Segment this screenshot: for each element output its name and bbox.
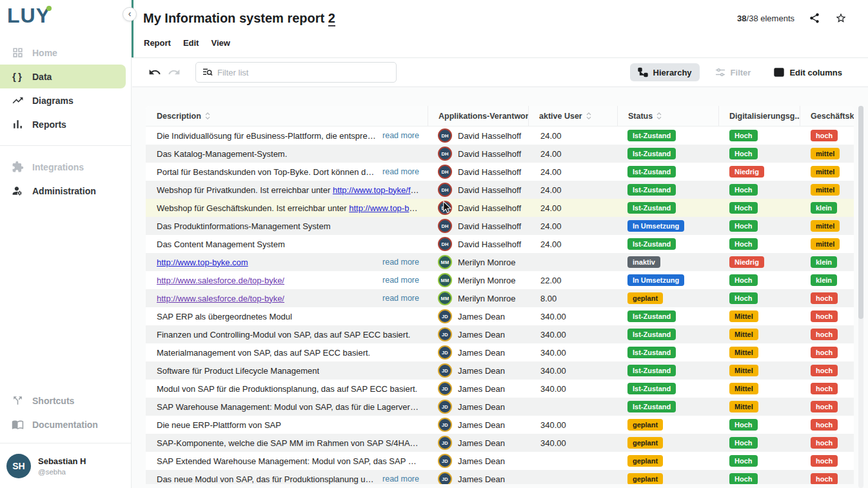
edit-columns-button[interactable]: Edit columns xyxy=(766,63,850,81)
sidebar-item-diagrams[interactable]: Diagrams xyxy=(0,88,131,112)
description-link[interactable]: http://www.top-byke/for-you/ xyxy=(333,185,419,195)
criticality-badge: mittel xyxy=(811,166,840,178)
active-users-value: 340.00 xyxy=(540,312,566,321)
criticality-cell: hoch xyxy=(800,398,854,416)
criticality-cell: hoch xyxy=(800,307,854,325)
filter-list-input[interactable] xyxy=(217,68,390,77)
star-icon[interactable] xyxy=(834,12,847,25)
filter-button[interactable]: Filter xyxy=(707,63,759,81)
digitalization-badge: Hoch xyxy=(729,202,758,214)
criticality-badge: mittel xyxy=(811,238,840,250)
sidebar-item-home[interactable]: Home xyxy=(0,41,131,65)
read-more-link[interactable]: read more xyxy=(376,131,419,140)
user-profile[interactable]: SH Sebastian H @sebha xyxy=(0,443,131,488)
status-cell: Ist-Zustand xyxy=(618,361,719,380)
active-users-cell: 24.00 xyxy=(529,217,618,235)
table-row[interactable]: SAP ERP als übergeordnetes Modul JD Jame… xyxy=(146,307,854,325)
table-row[interactable]: SAP Warehouse Management: Modul von SAP,… xyxy=(146,398,854,416)
sidebar-nav: Home { } Data Diagrams Reports Integrati… xyxy=(0,41,131,203)
table-row[interactable]: http://www.salesforce.de/top-byke/ read … xyxy=(146,289,854,307)
read-more-link[interactable]: read more xyxy=(376,276,419,285)
table-row[interactable]: http://www.top-byke.com read more MM Mer… xyxy=(146,253,854,271)
table-row[interactable]: Die neue ERP-Plattform von SAP JD James … xyxy=(146,416,854,434)
owner-name: David Hasselhoff xyxy=(458,239,521,249)
owner-name: James Dean xyxy=(458,474,505,484)
hierarchy-button[interactable]: Hierarchy xyxy=(630,63,700,81)
criticality-cell: hoch xyxy=(800,289,854,307)
digitalization-cell: Mittel xyxy=(719,380,800,398)
column-header-status[interactable]: Status xyxy=(618,106,719,126)
active-users-cell: 24.00 xyxy=(529,163,618,181)
table-row[interactable]: Materialmanagement von SAP, das auf SAP … xyxy=(146,343,854,361)
sidebar-item-shortcuts[interactable]: Shortcuts xyxy=(0,389,131,412)
table-row[interactable]: Das Content Management System DH David H… xyxy=(146,235,854,253)
filter-list-field[interactable] xyxy=(195,62,397,83)
description-link[interactable]: http://www.salesforce.de/top-byke/ xyxy=(157,294,284,303)
sidebar-item-integrations[interactable]: Integrations xyxy=(0,155,131,179)
digitalization-cell: Niedrig xyxy=(719,163,800,181)
read-more-link[interactable]: read more xyxy=(376,167,419,176)
status-badge: Ist-Zustand xyxy=(627,365,676,376)
sidebar-collapse-button[interactable]: ‹ xyxy=(123,7,137,21)
owner-avatar: DH xyxy=(438,237,452,251)
column-header-geschaeftskritikalitaet[interactable]: Geschäftskritik xyxy=(800,106,854,126)
digitalization-badge: Hoch xyxy=(729,148,758,159)
description-cell: http://www.salesforce.de/top-byke/ read … xyxy=(146,271,428,289)
active-users-value: 24.00 xyxy=(540,185,562,195)
status-cell: geplant xyxy=(618,434,719,452)
table-header-row: DescriptionApplikations-Verantwort...akt… xyxy=(146,106,854,127)
description-text: Das neue Modul von SAP, das für Produkti… xyxy=(157,474,376,484)
criticality-cell: mittel xyxy=(800,181,854,199)
digitalization-cell: Hoch xyxy=(719,434,800,452)
redo-button[interactable] xyxy=(167,66,181,79)
sidebar-item-data[interactable]: { } Data xyxy=(0,65,126,88)
description-link[interactable]: http://www.top-byke/business/ xyxy=(349,203,419,213)
column-header-applikations-verantwortlicher[interactable]: Applikations-Verantwort... xyxy=(428,106,529,126)
table-row[interactable]: http://www.salesforce.de/top-byke/ read … xyxy=(146,271,854,289)
criticality-cell: klein xyxy=(800,253,854,271)
menu-report[interactable]: Report xyxy=(144,38,171,48)
description-link[interactable]: http://www.top-byke.com xyxy=(157,258,248,267)
table-row[interactable]: Das Katalog-Management-System. DH David … xyxy=(146,145,854,163)
table-row[interactable]: Das neue Modul von SAP, das für Produkti… xyxy=(146,470,854,484)
active-users-cell: 340.00 xyxy=(529,380,618,398)
table-row[interactable]: Die Individuallösung für eBusiness-Platt… xyxy=(146,127,854,145)
table-row[interactable]: Finanzen und Controlling-Modul von SAP, … xyxy=(146,325,854,343)
sidebar-item-administration[interactable]: Administration xyxy=(0,179,131,203)
table-row[interactable]: SAP-Komponente, welche die SAP MM im Rah… xyxy=(146,434,854,452)
digitalization-badge: Mittel xyxy=(729,383,758,394)
undo-button[interactable] xyxy=(148,66,162,79)
read-more-link[interactable]: read more xyxy=(376,294,419,303)
owner-avatar: DH xyxy=(438,201,452,215)
active-users-value: 22.00 xyxy=(540,276,562,285)
table-row[interactable]: Das Produktinformations-Management Syste… xyxy=(146,217,854,235)
menu-view[interactable]: View xyxy=(211,38,230,48)
owner-name: James Dean xyxy=(458,348,505,358)
active-users-cell xyxy=(529,470,618,484)
owner-avatar: JD xyxy=(438,454,452,468)
table-row[interactable]: Webshop für Geschäftskunden. Ist erreich… xyxy=(146,199,854,217)
share-icon[interactable] xyxy=(808,12,821,25)
description-cell: Webshop für Privatkunden. Ist erreichbar… xyxy=(146,181,428,199)
criticality-badge: hoch xyxy=(811,292,838,304)
table-row[interactable]: SAP Extended Warehouse Management: Modul… xyxy=(146,452,854,470)
table-row[interactable]: Portal für Bestandskunden von Top-Byke. … xyxy=(146,163,854,181)
read-more-link[interactable]: read more xyxy=(376,474,419,483)
column-header-digitalisierungsgrad[interactable]: Digitalisierungsg... xyxy=(719,106,800,126)
description-link[interactable]: http://www.salesforce.de/top-byke/ xyxy=(157,276,284,285)
sidebar-item-documentation[interactable]: Documentation xyxy=(0,412,131,436)
criticality-badge: hoch xyxy=(811,383,838,394)
table-scrollbar-thumb[interactable] xyxy=(858,106,863,319)
sidebar-item-reports[interactable]: Reports xyxy=(0,112,131,136)
read-more-link[interactable]: read more xyxy=(376,258,419,267)
status-badge: Ist-Zustand xyxy=(627,130,676,141)
digitalization-cell: Hoch xyxy=(719,289,800,307)
table-scrollbar[interactable] xyxy=(858,106,863,488)
sidebar-item-label: Administration xyxy=(32,186,96,196)
table-row[interactable]: Software für Product Lifecycle Managemen… xyxy=(146,361,854,380)
table-row[interactable]: Webshop für Privatkunden. Ist erreichbar… xyxy=(146,181,854,199)
table-row[interactable]: Modul von SAP für die Produktionsplanung… xyxy=(146,380,854,398)
column-header-description[interactable]: Description xyxy=(146,106,428,126)
column-header-aktive-user[interactable]: aktive User xyxy=(529,106,618,126)
menu-edit[interactable]: Edit xyxy=(183,38,199,48)
